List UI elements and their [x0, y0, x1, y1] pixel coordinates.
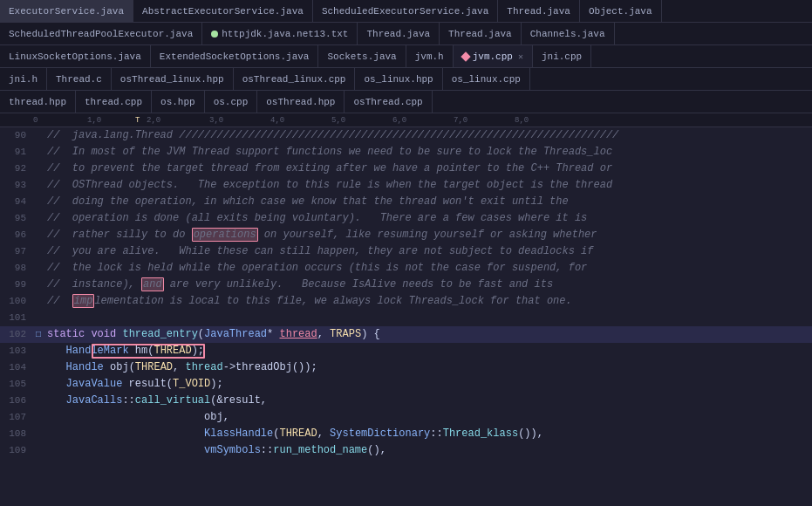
code-line-98: 98 // the lock is held while the operati…	[0, 260, 812, 277]
code-line-91: 91 // In most of the JVM Thread support …	[0, 144, 812, 161]
tab-bar-row4: jni.h Thread.c osThread_linux.hpp osThre…	[0, 68, 812, 91]
code-line-94: 94 // doing the operation, in which case…	[0, 194, 812, 210]
tab-jvm-h[interactable]: jvm.h	[406, 45, 454, 68]
tab-Thread-c[interactable]: Thread.c	[47, 68, 112, 91]
tab-Thread-1[interactable]: Thread.java	[498, 0, 580, 23]
tab-httpjdk[interactable]: httpjdk.java.net13.txt	[202, 23, 358, 45]
tab-jni-h[interactable]: jni.h	[0, 68, 47, 91]
tab-os-hpp[interactable]: os.hpp	[152, 91, 205, 113]
code-line-95: 95 // operation is done (all exits being…	[0, 210, 812, 227]
code-line-100: 100 // implementation is local to this f…	[0, 293, 812, 310]
tab-Channels[interactable]: Channels.java	[522, 23, 615, 45]
code-line-105: 105 JavaValue result(T_VOID);	[0, 376, 812, 393]
close-icon[interactable]: ✕	[518, 51, 523, 62]
tab-thread-cpp[interactable]: thread.cpp	[76, 91, 152, 113]
tab-bar-row3: LinuxSocketOptions.java ExtendedSocketOp…	[0, 45, 812, 68]
code-line-107: 107 obj,	[0, 409, 812, 426]
tab-ScheduledThreadPoolExecutor[interactable]: ScheduledThreadPoolExecutor.java	[0, 23, 202, 45]
tab-bar-row5: thread.hpp thread.cpp os.hpp os.cpp osTh…	[0, 91, 812, 113]
code-line-102: 102 □ static void thread_entry(JavaThrea…	[0, 326, 812, 343]
code-line-104: 104 Handle obj(THREAD, thread->threadObj…	[0, 359, 812, 376]
tab-jvm-cpp[interactable]: jvm.cpp✕	[454, 45, 533, 68]
tab-osThread-cpp[interactable]: osThread.cpp	[345, 91, 432, 113]
code-line-101: 101	[0, 310, 812, 326]
tab-Thread-3[interactable]: Thread.java	[440, 23, 522, 45]
tab-ScheduledExecutorService[interactable]: ScheduledExecutorService.java	[313, 0, 498, 23]
code-line-99: 99 // instance), and are very unlikely. …	[0, 277, 812, 293]
code-line-96: 96 // rather silly to do operations on y…	[0, 227, 812, 243]
tab-AbstractExecutorService[interactable]: AbstractExecutorService.java	[133, 0, 313, 23]
tab-LinuxSocketOptions[interactable]: LinuxSocketOptions.java	[0, 45, 151, 68]
code-editor[interactable]: 90 // java.lang.Thread /////////////////…	[0, 127, 812, 506]
code-line-109: 109 vmSymbols::run_method_name(),	[0, 442, 812, 459]
code-line-92: 92 // to prevent the target thread from …	[0, 161, 812, 177]
code-line-103: 103 HandleMark hm(THREAD);	[0, 343, 812, 359]
tab-osThread-linux-cpp[interactable]: osThread_linux.cpp	[234, 68, 356, 91]
tab-osThread-linux-hpp[interactable]: osThread_linux.hpp	[112, 68, 234, 91]
tab-Thread-2[interactable]: Thread.java	[358, 23, 440, 45]
code-line-108: 108 KlassHandle(THREAD, SystemDictionary…	[0, 426, 812, 442]
code-line-90: 90 // java.lang.Thread /////////////////…	[0, 127, 812, 144]
code-line-106: 106 JavaCalls::call_virtual(&result,	[0, 393, 812, 409]
tab-bar-row1: ExecutorService.java AbstractExecutorSer…	[0, 0, 812, 23]
tab-osThread-hpp[interactable]: osThread.hpp	[257, 91, 345, 113]
tab-ExecutorService[interactable]: ExecutorService.java	[0, 0, 133, 23]
tab-Sockets[interactable]: Sockets.java	[318, 45, 406, 68]
tab-thread-hpp[interactable]: thread.hpp	[0, 91, 76, 113]
ruler: 0 1,0 T 2,0 3,0 4,0 5,0 6,0 7,0 8,0	[0, 113, 812, 127]
tab-Object[interactable]: Object.java	[580, 0, 662, 23]
code-line-93: 93 // OSThread objects. The exception to…	[0, 177, 812, 194]
tab-bar-row2: ScheduledThreadPoolExecutor.java httpjdk…	[0, 23, 812, 45]
tab-os-linux-cpp[interactable]: os_linux.cpp	[443, 68, 530, 91]
tab-os-linux-hpp[interactable]: os_linux.hpp	[355, 68, 442, 91]
tab-jni-cpp[interactable]: jni.cpp	[533, 45, 591, 68]
tab-os-cpp[interactable]: os.cpp	[205, 91, 258, 113]
code-line-97: 97 // you are alive. While these can sti…	[0, 243, 812, 260]
tab-ExtendedSocketOptions[interactable]: ExtendedSocketOptions.java	[151, 45, 319, 68]
